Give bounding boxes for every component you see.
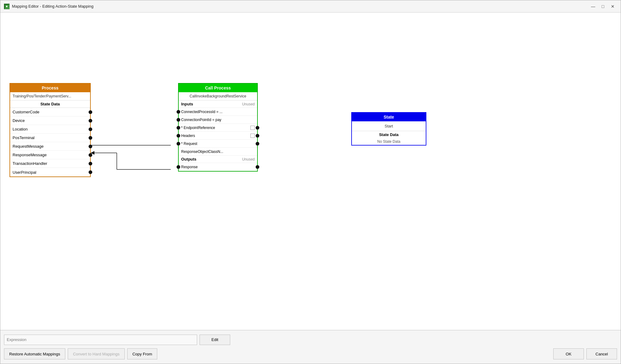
- list-item: Response: [179, 163, 257, 171]
- mapping-canvas: Process Training/Pos/Tender/PaymentServ.…: [0, 13, 621, 330]
- process-dot-posterminal: [89, 136, 92, 140]
- process-dot-location: [89, 127, 92, 131]
- convert-to-hard-mappings-button[interactable]: Convert to Hard Mappings: [68, 348, 125, 359]
- minimize-button[interactable]: —: [589, 3, 597, 10]
- list-item: ConnectionPointId = pay: [179, 116, 257, 124]
- button-row-right: OK Cancel: [553, 348, 617, 359]
- headers-checkbox[interactable]: [250, 134, 255, 138]
- state-box: State Start State Data No State Data: [351, 112, 426, 146]
- cp-inputs-section: Inputs Unused: [179, 100, 257, 108]
- list-item: * EndpointReference: [179, 124, 257, 132]
- maximize-button[interactable]: □: [599, 3, 607, 10]
- window-title: Mapping Editor - Editing Action-State Ma…: [12, 4, 93, 9]
- endpoint-checkbox[interactable]: [250, 126, 255, 130]
- window-controls: — □ ✕: [589, 3, 617, 10]
- cp-dot-endpointreference-right: [256, 126, 259, 130]
- edit-button[interactable]: Edit: [200, 335, 230, 345]
- cp-outputs-label: Outputs: [181, 157, 196, 161]
- process-dot-customercode: [89, 110, 92, 114]
- titlebar-left: Mapping Editor - Editing Action-State Ma…: [4, 4, 93, 9]
- cp-dot-connectedprocessid: [177, 110, 180, 114]
- toolbar: Edit Restore Automatic Mappings Convert …: [0, 330, 621, 364]
- process-dot-userprincipal: [89, 170, 92, 174]
- cp-dot-headers: [177, 134, 180, 138]
- cp-dot-response: [177, 165, 180, 169]
- list-item: UserPrincipal: [10, 168, 90, 176]
- svg-rect-2: [6, 6, 7, 7]
- state-data-title: State Data: [352, 131, 426, 138]
- expression-row: Edit: [4, 335, 617, 345]
- state-name: Start: [352, 121, 426, 131]
- button-row: Restore Automatic Mappings Convert to Ha…: [4, 348, 617, 359]
- list-item: Location: [10, 125, 90, 134]
- process-dot-transactionhandler: [89, 162, 92, 165]
- cp-dot-headers-right: [256, 134, 259, 138]
- process-path: Training/Pos/Tender/PaymentServ...: [10, 92, 90, 100]
- list-item: CustomerCode: [10, 108, 90, 116]
- process-dot-requestmessage: [89, 145, 92, 148]
- titlebar: Mapping Editor - Editing Action-State Ma…: [0, 0, 621, 13]
- button-row-left: Restore Automatic Mappings Convert to Ha…: [4, 348, 157, 359]
- process-state-data-title: State Data: [10, 100, 90, 108]
- cp-dot-endpointreference: [177, 126, 180, 130]
- list-item: TransactionHandler: [10, 159, 90, 168]
- process-header: Process: [10, 84, 90, 92]
- restore-automatic-mappings-button[interactable]: Restore Automatic Mappings: [4, 348, 65, 359]
- connections-svg: [0, 13, 621, 330]
- call-process-name: CallInvokeBackgroundRestService: [179, 92, 257, 100]
- cp-dot-request: [177, 142, 180, 146]
- copy-from-button[interactable]: Copy From: [127, 348, 157, 359]
- cp-dot-connectionpointid: [177, 118, 180, 122]
- app-icon: [4, 4, 10, 9]
- expression-input[interactable]: [4, 335, 197, 345]
- list-item: ConnectedProcessId = ...: [179, 108, 257, 116]
- ok-button[interactable]: OK: [553, 348, 584, 359]
- cancel-button[interactable]: Cancel: [586, 348, 617, 359]
- list-item: Device: [10, 116, 90, 125]
- cp-inputs-unused: Unused: [242, 102, 255, 106]
- cp-inputs-label: Inputs: [181, 102, 193, 106]
- cp-dot-request-right: [256, 142, 259, 146]
- cp-outputs-unused: Unused: [242, 157, 255, 161]
- list-item: * Request: [179, 140, 257, 148]
- list-item: ResponseMessage: [10, 151, 90, 159]
- process-dot-device: [89, 119, 92, 123]
- call-process-header: Call Process: [179, 84, 257, 92]
- process-dot-responsemessage: [89, 153, 92, 157]
- list-item: ResponseObjectClassN...: [179, 148, 257, 156]
- main-window: Mapping Editor - Editing Action-State Ma…: [0, 0, 621, 364]
- cp-outputs-section: Outputs Unused: [179, 156, 257, 163]
- list-item: RequestMessage: [10, 142, 90, 151]
- cp-dot-response-right: [256, 165, 259, 169]
- state-no-data: No State Data: [352, 138, 426, 145]
- call-process-box: Call Process CallInvokeBackgroundRestSer…: [178, 83, 258, 172]
- process-box: Process Training/Pos/Tender/PaymentServ.…: [10, 83, 91, 177]
- list-item: Headers: [179, 132, 257, 140]
- state-header: State: [352, 113, 426, 121]
- close-button[interactable]: ✕: [608, 3, 617, 10]
- list-item: PosTerminal: [10, 134, 90, 142]
